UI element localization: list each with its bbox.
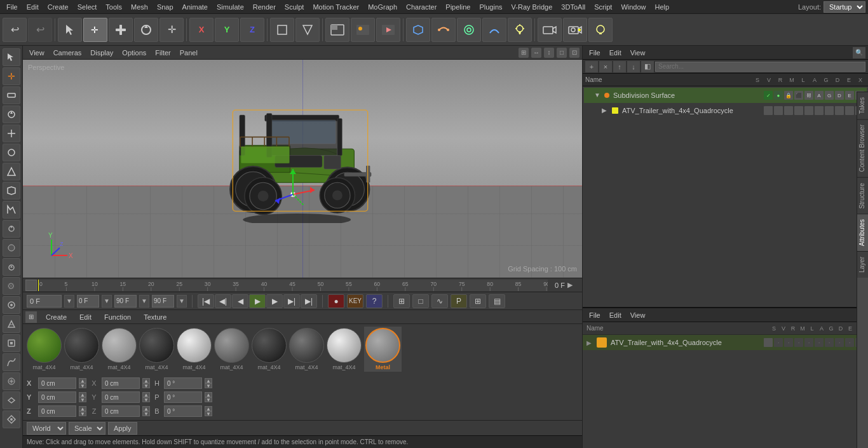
- atv-flag-v[interactable]: [774, 106, 783, 115]
- z-position-input[interactable]: [38, 405, 76, 417]
- undo-button[interactable]: ↩: [3, 18, 27, 42]
- menu-mesh[interactable]: Mesh: [127, 2, 152, 12]
- redo-button[interactable]: ↩: [28, 18, 52, 42]
- tool-btn-11[interactable]: [3, 239, 20, 257]
- tab-structure[interactable]: Structure: [857, 177, 868, 214]
- attr-menu-edit[interactable]: Edit: [606, 310, 625, 320]
- mat-menu-function[interactable]: Function: [100, 312, 135, 322]
- atv-flag-g[interactable]: [825, 106, 834, 115]
- tool-btn-4[interactable]: [3, 105, 20, 123]
- h-input[interactable]: [164, 377, 202, 389]
- menu-render[interactable]: Render: [249, 2, 280, 12]
- move-tool-button[interactable]: ✛: [83, 18, 107, 42]
- z-size-input[interactable]: [102, 405, 140, 417]
- end-frame-input[interactable]: [114, 295, 137, 308]
- mat-menu-edit[interactable]: Edit: [76, 312, 95, 322]
- start-frame-arrow[interactable]: ▼: [102, 295, 112, 308]
- menu-mograph[interactable]: MoGraph: [364, 2, 401, 12]
- attr-flag-dot7[interactable]: ·: [835, 338, 844, 347]
- record-button[interactable]: ●: [328, 294, 344, 308]
- tool-btn-10[interactable]: [3, 220, 20, 238]
- menu-plugins[interactable]: Plugins: [475, 2, 506, 12]
- material-item-9[interactable]: mat_4X4: [327, 328, 362, 370]
- obj-expand-2[interactable]: ▶: [602, 107, 609, 114]
- viewport-menu-display[interactable]: Display: [86, 48, 117, 58]
- menu-tools[interactable]: Tools: [102, 2, 126, 12]
- play-button[interactable]: ▶: [249, 294, 266, 308]
- end-frame-arrow[interactable]: ▼: [139, 295, 149, 308]
- next-frame-button[interactable]: ▶: [266, 294, 283, 308]
- obj-flag-anim[interactable]: A: [815, 91, 824, 100]
- menu-script[interactable]: Script: [590, 2, 616, 12]
- material-item-8[interactable]: mat_4X4: [289, 328, 324, 370]
- viewport-menu-cameras[interactable]: Cameras: [50, 48, 86, 58]
- prev-frame-button[interactable]: ◀: [232, 294, 248, 308]
- frame-end-arrow[interactable]: ▶: [567, 281, 573, 289]
- apply-button[interactable]: Apply: [108, 422, 137, 435]
- attr-menu-view[interactable]: View: [627, 310, 649, 320]
- x-size-down-btn[interactable]: ▼: [142, 383, 150, 388]
- z-size-down-btn[interactable]: ▼: [142, 411, 150, 416]
- atv-flag-e[interactable]: [845, 106, 854, 115]
- tool-btn-7[interactable]: [3, 163, 20, 180]
- y-position-input[interactable]: [38, 391, 76, 403]
- material-item-3[interactable]: mat_4X4: [102, 328, 137, 370]
- atv-flag-m[interactable]: [794, 106, 803, 115]
- viewport-icon-2[interactable]: ↔: [531, 48, 541, 58]
- tool-btn-8[interactable]: [3, 182, 20, 200]
- obj-flag-link[interactable]: ⛓: [804, 91, 813, 100]
- mat-menu-texture[interactable]: Texture: [140, 312, 170, 322]
- next-key-button[interactable]: ▶|: [283, 294, 300, 308]
- tool-btn-18[interactable]: [3, 372, 20, 390]
- obj-flag-check[interactable]: ✓: [764, 91, 773, 100]
- viewport-icon-3[interactable]: ↕: [544, 48, 554, 58]
- attr-flag-dot1[interactable]: ·: [774, 338, 783, 347]
- materials-icon[interactable]: ⊞: [25, 311, 37, 323]
- viewport-icon-5[interactable]: ⊡: [569, 48, 580, 58]
- menu-create[interactable]: Create: [44, 2, 72, 12]
- tool-btn-17[interactable]: [3, 353, 20, 371]
- tool-btn-14[interactable]: [3, 296, 20, 314]
- material-item-7[interactable]: mat_4X4: [252, 328, 287, 370]
- scale-tool-button[interactable]: [109, 18, 133, 42]
- material-item-5[interactable]: mat_4X4: [177, 328, 212, 370]
- ik-button[interactable]: □: [412, 294, 429, 308]
- menu-3dtoall[interactable]: 3DToAll: [557, 2, 589, 12]
- obj-search-input[interactable]: [655, 62, 865, 72]
- z-axis-button[interactable]: Z: [240, 18, 264, 42]
- tab-attributes[interactable]: Attributes: [857, 214, 868, 251]
- material-item-1[interactable]: mat_4X4: [27, 328, 62, 370]
- layout-select[interactable]: Startup: [824, 1, 865, 13]
- tool-btn-19[interactable]: [3, 391, 20, 409]
- end-frame-input2[interactable]: [152, 295, 174, 308]
- x-axis-button[interactable]: X: [189, 18, 214, 42]
- auto-key-button[interactable]: KEY: [347, 294, 363, 308]
- obj-flag-tag[interactable]: ⬛: [794, 91, 803, 100]
- viewport-menu-options[interactable]: Options: [118, 48, 150, 58]
- nurbs-button[interactable]: [431, 18, 456, 42]
- y-down-btn[interactable]: ▼: [79, 397, 86, 402]
- attr-expand[interactable]: ▶: [587, 339, 593, 346]
- obj-flag-lock[interactable]: 🔒: [784, 91, 793, 100]
- obj-expand-1[interactable]: ▼: [594, 92, 602, 99]
- object-mode-button[interactable]: [270, 18, 294, 42]
- obj-flag-e[interactable]: E: [845, 91, 854, 100]
- menu-select[interactable]: Select: [74, 2, 101, 12]
- x-down-btn[interactable]: ▼: [79, 383, 86, 388]
- menu-motion-tracker[interactable]: Motion Tracker: [309, 2, 363, 12]
- x-position-input[interactable]: [38, 377, 76, 389]
- viewport-menu-view[interactable]: View: [25, 48, 48, 58]
- menu-animate[interactable]: Animate: [179, 2, 212, 12]
- atv-flag-d[interactable]: [835, 106, 844, 115]
- cube-button[interactable]: [406, 18, 430, 42]
- menu-sculpt[interactable]: Sculpt: [281, 2, 308, 12]
- attr-flag-dot2[interactable]: ·: [784, 338, 793, 347]
- obj-flag-d[interactable]: D: [835, 91, 844, 100]
- fcurve-button[interactable]: ∿: [431, 294, 448, 308]
- atv-flag-r[interactable]: [784, 106, 793, 115]
- scale-select[interactable]: Scale Size: [69, 422, 105, 435]
- material-item-2[interactable]: mat_4X4: [64, 328, 99, 370]
- transform-gizmo[interactable]: [269, 166, 320, 217]
- world-select[interactable]: World Object Global: [27, 422, 66, 435]
- bulb-button[interactable]: [588, 18, 613, 42]
